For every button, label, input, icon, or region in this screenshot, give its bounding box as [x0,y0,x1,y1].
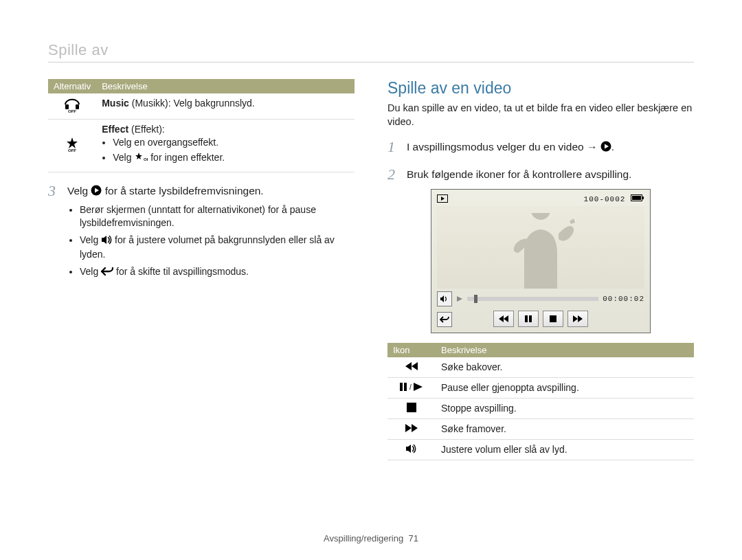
svg-text:OFF: OFF [68,148,76,152]
sparkle-off-inline-icon: OFF [134,153,148,166]
step3-bullet-3: Velg for å skifte til avspillingsmodus. [80,265,355,280]
file-counter: 100-0002 [584,195,626,203]
effect-bullet-1: Velg en overgangseffekt. [113,136,349,149]
video-player-preview: 100-0002 [431,189,651,333]
page-footer: Avspilling/redigering 71 [0,533,742,544]
music-off-icon: OFF [48,93,96,120]
left-column: Alternativ Beskrivelse OFF [48,79,355,460]
svg-rect-1 [76,104,79,109]
effect-description: Effect (Effekt): Velg en overgangseffekt… [96,120,355,172]
step3-bullet-2: Velg for å justere volumet på bakgrunnsl… [80,234,355,261]
svg-text:/: / [409,383,412,391]
svg-rect-15 [404,383,407,391]
icon-header-description: Beskrivelse [436,343,694,357]
pause-button[interactable] [518,311,539,327]
speaker-icon [101,235,112,248]
svg-rect-12 [529,315,532,322]
child-silhouette [493,213,589,289]
svg-rect-10 [642,197,644,199]
pause-play-desc: Pause eller gjenoppta avspilling. [436,377,694,398]
speaker-icon [387,439,436,460]
step-1: 1 I avspillingsmodus velger du en video … [387,139,694,156]
manual-page: Spille av Alternativ Beskrivelse [0,0,742,560]
rewind-icon [387,357,436,378]
speaker-desc: Justere volum eller slå av lyd. [436,439,694,460]
stop-desc: Stoppe avspilling. [436,398,694,418]
table-row: Søke framover. [387,418,694,439]
stop-button[interactable] [543,311,563,327]
step3-bullet-1: Berør skjermen (unntatt for alternativik… [80,203,355,229]
table-row: Søke bakover. [387,357,694,378]
volume-button[interactable] [437,291,452,306]
table-row: Stoppe avspilling. [387,398,694,418]
fast-forward-button[interactable] [567,311,588,327]
table-row: / Pause eller gjenoppta avspilling. [387,377,694,398]
running-head: Spille av [48,41,694,63]
elapsed-time: 00:00:02 [603,295,644,303]
svg-rect-11 [525,315,528,322]
table-row: OFF Effect (Effekt): Velg en overgangsef… [48,120,355,172]
music-description: Music (Musikk): Velg bakgrunnslyd. [96,93,355,120]
step-number: 1 [387,139,400,156]
section-intro: Du kan spille av en video, ta ut et bild… [387,102,694,128]
step-3: 3 Velg for å starte lysbildefremvisninge… [48,183,355,284]
fast-forward-icon [387,418,436,439]
effect-off-icon: OFF [48,120,96,172]
svg-rect-17 [407,403,416,412]
play-indicator-icon [456,293,463,305]
play-disc-icon [600,141,611,156]
svg-rect-0 [65,104,69,109]
two-column-layout: Alternativ Beskrivelse OFF [48,79,694,460]
svg-rect-13 [550,315,556,322]
step3-text-b: for å starte lysbildefremvisningen. [105,185,264,197]
effect-bullet-2: Velg OFF for ingen effekter. [113,151,349,166]
svg-rect-9 [632,196,641,200]
table-row: Justere volum eller slå av lyd. [387,439,694,460]
rewind-button[interactable] [493,311,514,327]
svg-text:OFF: OFF [68,109,76,113]
play-disc-icon [91,185,102,200]
options-table: Alternativ Beskrivelse OFF [48,79,355,172]
ff-desc: Søke framover. [436,418,694,439]
step1-text: I avspillingsmodus velger du en video → [407,141,600,153]
stop-icon [387,398,436,418]
progress-bar[interactable] [467,297,598,301]
icon-description-table: Ikon Beskrivelse Søke bakover. [387,343,694,460]
return-icon [101,267,113,280]
svg-text:OFF: OFF [144,157,148,161]
step-number: 3 [48,183,60,284]
svg-rect-14 [400,383,403,391]
battery-icon [631,194,644,203]
icon-header-icon: Ikon [387,343,436,357]
step-2: 2 Bruk følgende ikoner for å kontrollere… [387,167,694,182]
section-title: Spille av en video [387,79,694,98]
rewind-desc: Søke bakover. [436,357,694,378]
step2-text: Bruk følgende ikoner for å kontrollere a… [407,167,694,182]
table-row: OFF Music (Musikk): Velg bakgrunnslyd. [48,93,355,120]
step3-text-a: Velg [67,185,91,197]
playback-mode-icon [437,194,448,204]
right-column: Spille av en video Du kan spille av en v… [387,79,694,460]
options-header-alternative: Alternativ [48,79,96,93]
pause-play-icon: / [387,377,436,398]
step-number: 2 [387,167,400,182]
back-button[interactable] [437,312,452,327]
options-header-description: Beskrivelse [96,79,355,93]
